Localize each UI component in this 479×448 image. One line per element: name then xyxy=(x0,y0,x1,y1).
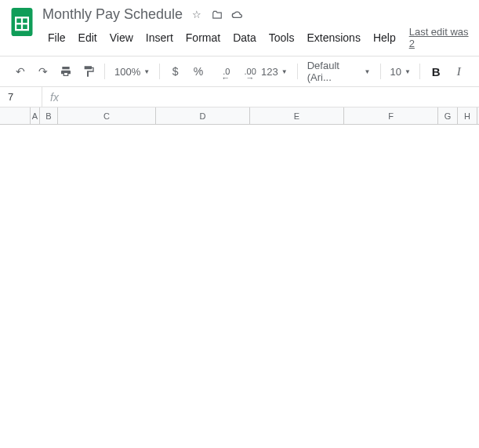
col-header[interactable]: D xyxy=(156,107,250,124)
chevron-down-icon: ▼ xyxy=(143,68,150,75)
menu-insert[interactable]: Insert xyxy=(140,28,179,47)
star-icon[interactable]: ☆ xyxy=(191,9,203,21)
col-header[interactable]: C xyxy=(58,107,156,124)
select-all-corner[interactable] xyxy=(0,107,31,124)
menu-format[interactable]: Format xyxy=(180,28,226,47)
chevron-down-icon: ▼ xyxy=(281,68,288,75)
chevron-down-icon: ▼ xyxy=(405,68,411,75)
col-header[interactable]: G xyxy=(438,107,458,124)
name-box[interactable]: 7 xyxy=(0,87,42,107)
formula-bar[interactable] xyxy=(67,87,479,107)
undo-icon[interactable]: ↶ xyxy=(9,60,31,82)
increase-decimal-button[interactable]: .00→ xyxy=(234,60,255,82)
menu-file[interactable]: File xyxy=(42,28,71,47)
font-size-dropdown[interactable]: 10▼ xyxy=(385,63,415,81)
sheets-logo-icon[interactable] xyxy=(9,6,34,38)
toolbar: ↶ ↷ 100%▼ $ % .0← .00→ 123▼ Default (Ari… xyxy=(0,56,479,87)
move-icon[interactable] xyxy=(211,9,223,21)
bold-button[interactable]: B xyxy=(425,60,446,82)
paint-format-icon[interactable] xyxy=(78,60,100,82)
print-icon[interactable] xyxy=(56,60,77,82)
redo-icon[interactable]: ↷ xyxy=(32,60,53,82)
currency-button[interactable]: $ xyxy=(165,60,186,82)
col-header[interactable]: H xyxy=(458,107,477,124)
menu-extensions[interactable]: Extensions xyxy=(301,28,365,47)
font-dropdown[interactable]: Default (Ari...▼ xyxy=(303,56,376,86)
col-header[interactable]: F xyxy=(344,107,438,124)
cloud-icon[interactable] xyxy=(231,9,244,21)
menu-view[interactable]: View xyxy=(104,28,139,47)
menu-edit[interactable]: Edit xyxy=(73,28,103,47)
menu-tools[interactable]: Tools xyxy=(263,28,300,47)
col-header[interactable]: A xyxy=(31,107,40,124)
number-format-dropdown[interactable]: 123▼ xyxy=(256,63,292,81)
chevron-down-icon: ▼ xyxy=(365,68,371,75)
last-edit-link[interactable]: Last edit was 2 xyxy=(409,26,470,49)
col-header[interactable]: B xyxy=(40,107,58,124)
percent-button[interactable]: % xyxy=(187,60,209,82)
italic-button[interactable]: I xyxy=(448,60,470,82)
menu-data[interactable]: Data xyxy=(227,28,262,47)
menubar: File Edit View Insert Format Data Tools … xyxy=(42,26,470,49)
decrease-decimal-button[interactable]: .0← xyxy=(211,60,232,82)
col-header[interactable]: E xyxy=(250,107,344,124)
zoom-dropdown[interactable]: 100%▼ xyxy=(110,63,154,81)
doc-title[interactable]: Monthly Pay Schedule xyxy=(42,6,183,23)
fx-label: fx xyxy=(42,91,67,104)
menu-help[interactable]: Help xyxy=(368,28,401,47)
